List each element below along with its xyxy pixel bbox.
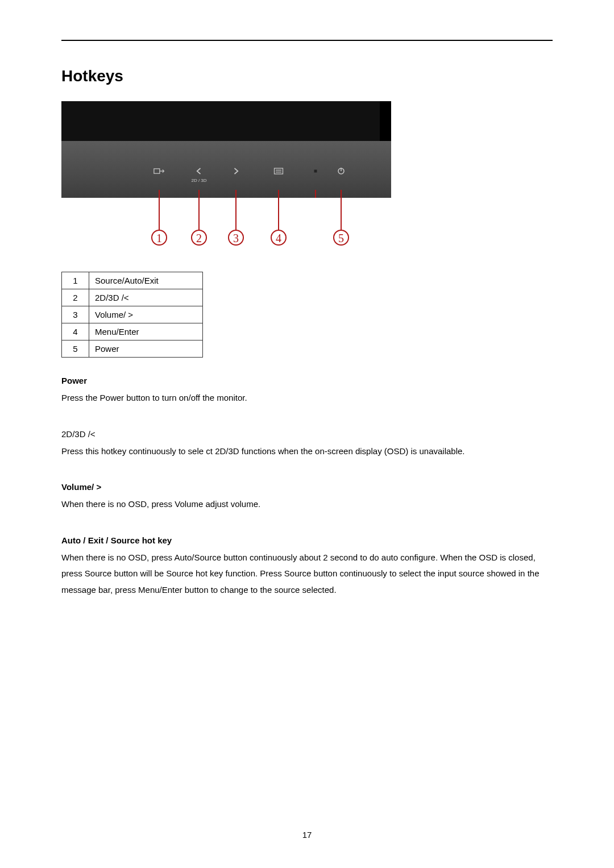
section-2d3d: 2D/3D /< Press this hotkey continuously … [61, 429, 553, 460]
mode-sublabel: 2D / 3D [188, 178, 210, 183]
hotkey-table: 1 Source/Auto/Exit 2 2D/3D /< 3 Volume/ … [61, 272, 203, 358]
row-label: 2D/3D /< [89, 289, 203, 306]
page-number: 17 [0, 830, 614, 840]
table-row: 3 Volume/ > [62, 306, 203, 323]
power-icon [334, 167, 348, 180]
row-num: 4 [62, 323, 89, 340]
row-label: Source/Auto/Exit [89, 272, 203, 289]
section-volume: Volume/ > When there is no OSD, press Vo… [61, 482, 553, 513]
callout-number: 3 [228, 230, 244, 246]
led-icon [309, 167, 322, 180]
menu-icon [272, 167, 285, 180]
section-heading: Auto / Exit / Source hot key [61, 535, 553, 545]
section-power: Power Press the Power button to turn on/… [61, 376, 553, 406]
row-label: Power [89, 340, 203, 358]
table-row: 2 2D/3D /< [62, 289, 203, 306]
svg-rect-5 [314, 170, 317, 173]
section-body: When there is no OSD, press Auto/Source … [61, 550, 553, 599]
row-label: Volume/ > [89, 306, 203, 323]
row-num: 3 [62, 306, 89, 323]
callout-number: 1 [151, 230, 167, 246]
table-row: 5 Power [62, 340, 203, 358]
section-body: When there is no OSD, press Volume adjus… [61, 496, 553, 513]
page-title: Hotkeys [61, 67, 553, 85]
callout-number: 4 [271, 230, 287, 246]
row-label: Menu/Enter [89, 323, 203, 340]
section-body: Press this hotkey continuously to sele c… [61, 443, 553, 460]
row-num: 1 [62, 272, 89, 289]
callout-line [278, 198, 279, 230]
section-auto: Auto / Exit / Source hot key When there … [61, 535, 553, 599]
tick [235, 190, 237, 198]
callout-number: 5 [333, 230, 349, 246]
tick [341, 190, 342, 198]
callout-line [198, 198, 200, 230]
callout-line [159, 198, 160, 230]
section-heading: Volume/ > [61, 482, 553, 492]
table-row: 1 Source/Auto/Exit [62, 272, 203, 289]
row-num: 5 [62, 340, 89, 358]
callout-line [341, 198, 342, 230]
diagram-screen-side [380, 101, 391, 141]
tick [315, 190, 316, 198]
right-icon [229, 167, 243, 180]
section-heading: Power [61, 376, 553, 385]
diagram-screen [61, 101, 380, 141]
table-row: 4 Menu/Enter [62, 323, 203, 340]
section-heading: 2D/3D /< [61, 429, 553, 439]
tick [159, 190, 160, 198]
source-icon [152, 167, 166, 180]
bezel-diagram: 2D / 3D [61, 101, 391, 249]
svg-rect-2 [275, 168, 283, 174]
callout-line [235, 198, 237, 230]
tick [278, 190, 279, 198]
section-body: Press the Power button to turn on/off th… [61, 390, 553, 406]
callout-number: 2 [191, 230, 207, 246]
row-num: 2 [62, 289, 89, 306]
tick [198, 190, 200, 198]
svg-rect-0 [154, 169, 160, 173]
